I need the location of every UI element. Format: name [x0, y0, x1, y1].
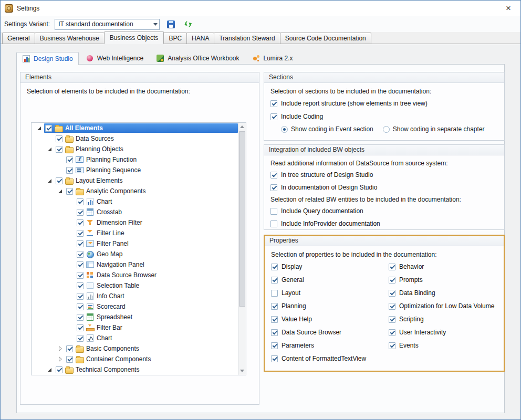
checkbox[interactable]: [77, 240, 84, 247]
checkbox-in-documentation-of-design-studio[interactable]: In documentation of Design Studio: [270, 183, 498, 192]
checkbox-content-of-formattedtextview[interactable]: Content of FormattedTextView: [271, 354, 376, 363]
checkbox[interactable]: [270, 184, 277, 191]
tree-item-navigation-panel[interactable]: Navigation Panel: [32, 259, 238, 270]
checkbox[interactable]: [389, 277, 395, 284]
checkbox-include-report-structure-show-elements-in-tree-view[interactable]: Include report structure (show elements …: [270, 99, 498, 108]
expand-arrow-icon[interactable]: [66, 270, 76, 280]
checkbox[interactable]: [77, 324, 84, 331]
tree-scrollbar[interactable]: [238, 123, 246, 375]
checkbox[interactable]: [271, 316, 278, 323]
save-button[interactable]: [164, 18, 177, 30]
checkbox[interactable]: [77, 219, 84, 226]
expand-arrow-icon[interactable]: [45, 364, 55, 375]
checkbox[interactable]: [271, 303, 278, 310]
checkbox[interactable]: [56, 146, 62, 153]
tree-item-filter-line[interactable]: Filter Line: [32, 228, 238, 238]
radio-button[interactable]: [383, 126, 390, 133]
checkbox-include-query-documentation[interactable]: Include Query documentation: [270, 207, 498, 215]
checkbox[interactable]: [66, 345, 73, 352]
expand-arrow-icon[interactable]: [66, 280, 76, 291]
radio-show-coding-in-event-section[interactable]: Show coding in Event section: [281, 125, 373, 133]
expand-arrow-icon[interactable]: [66, 238, 76, 249]
checkbox[interactable]: [77, 314, 84, 321]
checkbox[interactable]: [77, 282, 84, 289]
expand-arrow-icon[interactable]: [66, 259, 76, 270]
checkbox-general[interactable]: General: [271, 276, 376, 284]
main-tab-source-code-documentation[interactable]: Source Code Documentation: [280, 33, 371, 44]
expand-arrow-icon[interactable]: [66, 333, 76, 343]
checkbox[interactable]: [66, 356, 73, 363]
checkbox[interactable]: [77, 251, 84, 258]
checkbox[interactable]: [271, 290, 278, 297]
expand-arrow-icon[interactable]: [66, 207, 76, 217]
tree-item-analytic-components[interactable]: Analytic Components: [32, 186, 238, 196]
main-tab-business-warehouse[interactable]: Business Warehouse: [35, 33, 105, 44]
checkbox[interactable]: [389, 264, 395, 270]
expand-arrow-icon[interactable]: [66, 196, 76, 207]
expand-arrow-icon[interactable]: [56, 165, 65, 175]
radio-show-coding-in-separate-chapter[interactable]: Show coding in separate chapter: [383, 125, 485, 133]
checkbox-data-binding[interactable]: Data Binding: [389, 289, 497, 297]
expand-arrow-icon[interactable]: [45, 144, 55, 154]
tree-item-planning-objects[interactable]: Planning Objects: [32, 144, 238, 154]
expand-arrow-icon[interactable]: [56, 186, 65, 196]
expand-arrow-icon[interactable]: [45, 133, 55, 144]
main-tab-business-objects[interactable]: Business Objects: [104, 32, 164, 44]
expand-arrow-icon[interactable]: [66, 217, 76, 228]
sub-tab-design-studio[interactable]: Design Studio: [16, 52, 79, 65]
checkbox[interactable]: [66, 156, 73, 163]
checkbox-prompts[interactable]: Prompts: [389, 276, 497, 284]
tree-item-crosstab[interactable]: Crosstab: [32, 207, 238, 217]
checkbox[interactable]: [56, 135, 62, 142]
tree-item-scorecard[interactable]: Scorecard: [32, 301, 238, 312]
tree-item-layout-elements[interactable]: Layout Elements: [32, 175, 238, 186]
close-button[interactable]: ×: [501, 1, 516, 16]
tree-item-basic-components[interactable]: Basic Components: [32, 343, 238, 354]
checkbox[interactable]: [66, 188, 73, 195]
tree-item-chart[interactable]: Chart: [32, 196, 238, 207]
checkbox-scripting[interactable]: Scripting: [389, 315, 497, 323]
checkbox[interactable]: [77, 335, 84, 342]
checkbox[interactable]: [77, 209, 84, 216]
tree-item-planning-sequence[interactable]: Planning Sequence: [32, 165, 238, 175]
main-tab-general[interactable]: General: [2, 33, 35, 44]
expand-arrow-icon[interactable]: [45, 175, 55, 186]
checkbox-data-source-browser[interactable]: Data Source Browser: [271, 328, 376, 337]
main-tab-hana[interactable]: HANA: [186, 33, 214, 44]
checkbox[interactable]: [271, 342, 278, 349]
checkbox-layout[interactable]: Layout: [271, 289, 376, 297]
sub-tab-analysis-office-workbook[interactable]: Analysis Office Workbook: [150, 51, 245, 65]
tree-item-filter-bar[interactable]: Filter Bar: [32, 322, 238, 333]
checkbox-in-tree-structure-of-design-studio[interactable]: In tree structure of Design Studio: [270, 171, 498, 179]
expand-arrow-icon[interactable]: [35, 123, 44, 133]
checkbox-events[interactable]: Events: [389, 341, 497, 350]
expand-arrow-icon[interactable]: [66, 249, 76, 259]
tree-item-data-sources[interactable]: Data Sources: [32, 133, 238, 144]
checkbox[interactable]: [77, 293, 84, 300]
main-tab-bpc[interactable]: BPC: [163, 33, 187, 44]
tree-item-chart[interactable]: Chart: [32, 333, 238, 343]
checkbox-behavior[interactable]: Behavior: [389, 262, 497, 271]
tree-item-technical-components[interactable]: Technical Components: [32, 364, 238, 375]
expand-arrow-icon[interactable]: [56, 354, 65, 364]
tree-item-data-source-browser[interactable]: Data Source Browser: [32, 270, 238, 280]
checkbox[interactable]: [45, 125, 52, 132]
refresh-button[interactable]: [182, 18, 194, 30]
checkbox-optimization-for-low-data-volume[interactable]: Optimization for Low Data Volume: [389, 302, 497, 310]
checkbox[interactable]: [77, 198, 84, 205]
sub-tab-lumira-2-x[interactable]: Lumira 2.x: [246, 51, 299, 65]
checkbox-user-interactivity[interactable]: User Interactivity: [389, 328, 497, 337]
tree-item-container-components[interactable]: Container Components: [32, 354, 238, 364]
checkbox[interactable]: [56, 366, 62, 373]
checkbox[interactable]: [271, 264, 278, 270]
tree-item-dimension-filter[interactable]: Dimension Filter: [32, 217, 238, 228]
main-tab-translation-steward[interactable]: Translation Steward: [214, 33, 280, 44]
expand-arrow-icon[interactable]: [66, 291, 76, 301]
expand-arrow-icon[interactable]: [56, 154, 65, 165]
checkbox[interactable]: [389, 290, 395, 297]
expand-arrow-icon[interactable]: [56, 343, 65, 354]
checkbox[interactable]: [270, 113, 277, 120]
sub-tab-web-intelligence[interactable]: Web Intelligence: [80, 51, 150, 65]
scroll-up-arrow-icon[interactable]: [238, 123, 246, 131]
checkbox[interactable]: [77, 230, 84, 237]
